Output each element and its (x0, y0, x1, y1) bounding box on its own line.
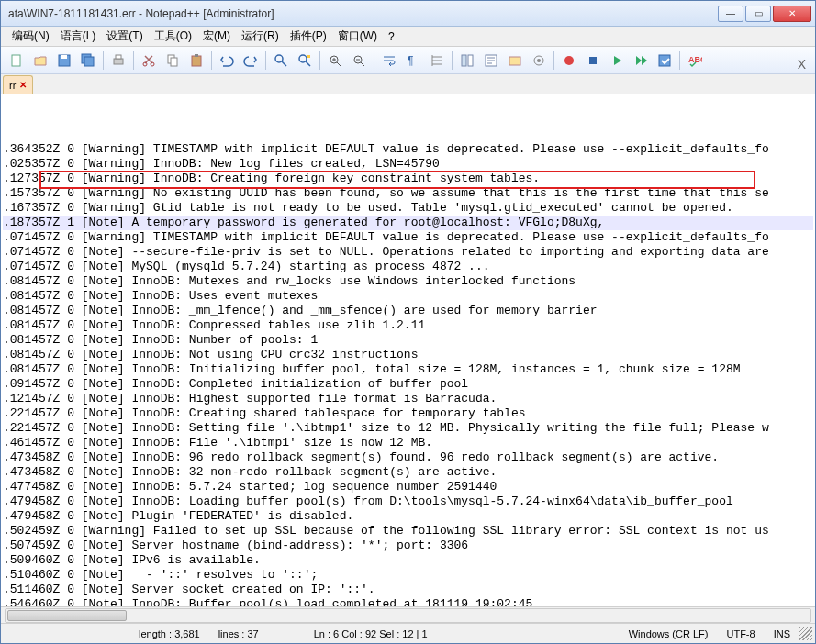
zoom-in-button[interactable] (324, 50, 346, 72)
record-macro-button[interactable] (558, 50, 580, 72)
log-line[interactable]: .510460Z 0 [Note] - '::' resolves to '::… (3, 568, 813, 583)
log-line[interactable]: .081457Z 0 [Note] InnoDB: Mutexes and rw… (3, 274, 813, 289)
close-button[interactable]: ✕ (773, 6, 811, 22)
tab-close-icon[interactable]: ✕ (19, 80, 27, 90)
redo-button[interactable] (240, 50, 262, 72)
open-file-button[interactable] (29, 50, 51, 72)
svg-point-14 (299, 55, 307, 62)
replace-button[interactable] (294, 50, 316, 72)
save-button[interactable] (53, 50, 75, 72)
log-line[interactable]: .473458Z 0 [Note] InnoDB: 96 redo rollba… (3, 450, 813, 465)
monitor-button[interactable] (528, 50, 550, 72)
play-multi-button[interactable] (630, 50, 652, 72)
svg-rect-11 (192, 56, 201, 66)
spellcheck-button[interactable]: ABC (684, 50, 706, 72)
log-line[interactable]: .511460Z 0 [Note] Server socket created … (3, 583, 813, 597)
menu-tools[interactable]: 工具(O) (149, 27, 197, 46)
status-lines: lines : 37 (209, 628, 268, 639)
tabbar: rr ✕ (1, 74, 815, 94)
statusbar: length : 3,681 lines : 37 Ln : 6 Col : 9… (1, 623, 815, 643)
hscrollbar[interactable] (5, 608, 811, 623)
log-line[interactable]: .081457Z 0 [Note] InnoDB: Uses event mut… (3, 289, 813, 304)
function-list-button[interactable] (480, 50, 502, 72)
stop-macro-button[interactable] (582, 50, 604, 72)
log-line[interactable]: .546460Z 0 [Note] InnoDB: Buffer pool(s)… (3, 597, 813, 606)
copy-button[interactable] (162, 50, 184, 72)
log-line[interactable]: .081457Z 0 [Note] InnoDB: _mm_lfence() a… (3, 304, 813, 318)
save-all-button[interactable] (77, 50, 99, 72)
titlebar[interactable]: ata\WIN7-1811181431.err - Notepad++ [Adm… (1, 1, 815, 27)
svg-text:¶: ¶ (408, 54, 413, 67)
svg-rect-6 (116, 55, 121, 59)
indent-guide-button[interactable] (426, 50, 448, 72)
maximize-button[interactable]: ▭ (745, 6, 771, 22)
status-eol: Windows (CR LF) (620, 628, 718, 639)
log-line[interactable]: .081457Z 0 [Note] InnoDB: Initializing b… (3, 362, 813, 377)
menu-encoding[interactable]: 编码(N) (6, 27, 55, 46)
log-line[interactable]: .081457Z 0 [Note] InnoDB: Not using CPU … (3, 348, 813, 362)
menu-macro[interactable]: 宏(M) (197, 27, 236, 46)
menu-help[interactable]: ? (383, 28, 400, 45)
menu-plugins[interactable]: 插件(P) (285, 27, 332, 46)
log-line[interactable]: .461457Z 0 [Note] InnoDB: File '.\ibtmp1… (3, 436, 813, 450)
tab-label: rr (9, 80, 16, 91)
minimize-button[interactable]: — (718, 6, 743, 22)
log-line[interactable]: .071457Z 0 [Note] --secure-file-priv is … (3, 245, 813, 260)
play-macro-button[interactable] (606, 50, 628, 72)
cut-button[interactable] (138, 50, 160, 72)
new-file-button[interactable] (6, 50, 28, 72)
log-line[interactable]: .221457Z 0 [Note] InnoDB: Setting file '… (3, 421, 813, 436)
svg-rect-4 (84, 57, 94, 66)
log-line[interactable]: .479458Z 0 [Note] Plugin 'FEDERATED' is … (3, 509, 813, 524)
log-line[interactable]: .025357Z 0 [Warning] InnoDB: New log fil… (3, 157, 813, 172)
svg-rect-22 (509, 57, 520, 65)
undo-button[interactable] (216, 50, 238, 72)
log-line[interactable]: .507459Z 0 [Note] Server hostname (bind-… (3, 539, 813, 553)
log-line[interactable]: .157357Z 0 [Warning] No existing UUID ha… (3, 186, 813, 201)
toolbar: ¶ ABC (1, 47, 815, 74)
hscroll-thumb[interactable] (7, 610, 127, 621)
log-line[interactable]: .364352Z 0 [Warning] TIMESTAMP with impl… (3, 142, 813, 157)
log-line[interactable]: .473458Z 0 [Note] InnoDB: 32 non-redo ro… (3, 465, 813, 480)
status-encoding: UTF-8 (717, 628, 764, 639)
log-line[interactable]: .091457Z 0 [Note] InnoDB: Completed init… (3, 377, 813, 392)
log-line[interactable]: .127357Z 0 [Warning] InnoDB: Creating fo… (3, 172, 813, 186)
zoom-out-button[interactable] (348, 50, 370, 72)
log-line[interactable]: .479458Z 0 [Note] InnoDB: Loading buffer… (3, 494, 813, 509)
print-button[interactable] (107, 50, 129, 72)
svg-rect-20 (468, 55, 473, 66)
svg-rect-10 (171, 58, 177, 66)
log-line[interactable]: .071457Z 0 [Warning] TIMESTAMP with impl… (3, 230, 813, 245)
status-ins: INS (765, 628, 799, 639)
log-line[interactable]: .071457Z 0 [Note] MySQL (mysqld 5.7.24) … (3, 260, 813, 274)
menu-window[interactable]: 窗口(W) (332, 27, 383, 46)
editor-area[interactable]: .364352Z 0 [Warning] TIMESTAMP with impl… (1, 94, 815, 606)
log-line[interactable]: .081457Z 0 [Note] InnoDB: Number of pool… (3, 333, 813, 348)
resize-grip[interactable] (799, 627, 812, 640)
find-button[interactable] (270, 50, 292, 72)
menu-settings[interactable]: 设置(T) (101, 27, 148, 46)
svg-rect-5 (114, 59, 123, 64)
paste-button[interactable] (185, 50, 207, 72)
secondary-close-icon[interactable]: X (798, 57, 806, 72)
doc-map-button[interactable] (456, 50, 478, 72)
log-line[interactable]: .509460Z 0 [Note] IPv6 is available. (3, 553, 813, 568)
log-line[interactable]: .081457Z 0 [Note] InnoDB: Compressed tab… (3, 318, 813, 333)
tab-active[interactable]: rr ✕ (3, 75, 33, 94)
log-line[interactable]: .502459Z 0 [Warning] Failed to set up SS… (3, 524, 813, 539)
folder-view-button[interactable] (504, 50, 526, 72)
title-text: ata\WIN7-1811181431.err - Notepad++ [Adm… (5, 7, 718, 20)
log-line[interactable]: .477458Z 0 [Note] InnoDB: 5.7.24 started… (3, 480, 813, 494)
svg-rect-2 (61, 55, 67, 59)
log-line[interactable]: .221457Z 0 [Note] InnoDB: Creating share… (3, 406, 813, 421)
save-macro-button[interactable] (654, 50, 676, 72)
log-line[interactable]: .121457Z 0 [Note] InnoDB: Highest suppor… (3, 392, 813, 406)
menu-run[interactable]: 运行(R) (236, 27, 285, 46)
log-line[interactable]: .187357Z 1 [Note] A temporary password i… (3, 216, 813, 230)
svg-point-25 (564, 56, 574, 65)
show-all-chars-button[interactable]: ¶ (402, 50, 424, 72)
log-line[interactable]: .167357Z 0 [Warning] Gtid table is not r… (3, 201, 813, 216)
wordwrap-button[interactable] (378, 50, 400, 72)
menu-language[interactable]: 语言(L) (55, 27, 102, 46)
svg-point-24 (537, 59, 541, 62)
